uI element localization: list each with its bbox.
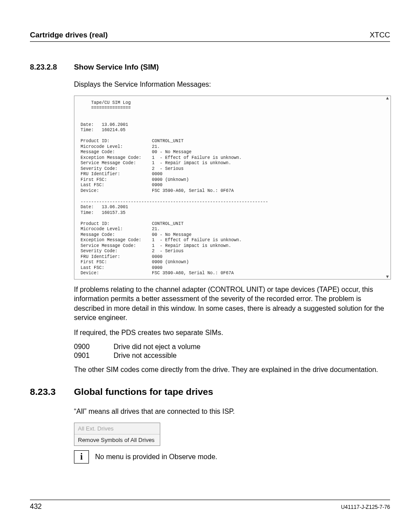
- paragraph-2: If required, the PDS creates two separat…: [74, 328, 390, 338]
- section-number: 8.23.2.8: [30, 63, 74, 72]
- menu-item-remove-symbols[interactable]: Remove Symbols of All Drives: [74, 434, 160, 445]
- section-number: 8.23.3: [30, 386, 74, 397]
- sim-code-desc: Drive did not eject a volume: [114, 343, 200, 351]
- sim-code: 0901: [74, 352, 114, 360]
- intro-text-2: “All” means all drives that are connecte…: [74, 407, 390, 416]
- sim-code-row: 0901 Drive not accessible: [74, 352, 390, 360]
- page-footer: 432 U41117-J-Z125-7-76: [30, 500, 390, 511]
- sim-code-list: 0900 Drive did not eject a volume 0901 D…: [74, 343, 390, 360]
- header-right: XTCC: [370, 31, 390, 40]
- section-heading-sim: 8.23.2.8 Show Service Info (SIM): [30, 63, 390, 72]
- section-title: Global functions for tape drives: [74, 386, 213, 397]
- page-number: 432: [30, 503, 42, 511]
- explanation-block: If problems relating to the channel adap…: [74, 285, 390, 375]
- context-menu: All Ext. Drives Remove Symbols of All Dr…: [74, 423, 160, 446]
- section-title: Show Service Info (SIM): [74, 63, 159, 72]
- sim-log-window: ▴ Tape/CU SIM Log =============== Date: …: [74, 96, 391, 280]
- page-header: Cartridge drives (real) XTCC: [30, 31, 390, 42]
- section2-intro: “All” means all drives that are connecte…: [74, 407, 390, 416]
- sim-code: 0900: [74, 343, 114, 351]
- sim-log-content: Tape/CU SIM Log =============== Date: 13…: [74, 96, 391, 279]
- paragraph-3: The other SIM codes come directly from t…: [74, 365, 390, 375]
- header-left: Cartridge drives (real): [30, 31, 108, 40]
- info-note: i No menu is provided in Observe mode.: [74, 450, 390, 464]
- section-heading-global: 8.23.3 Global functions for tape drives: [30, 386, 390, 397]
- scroll-down-icon[interactable]: ▾: [383, 273, 391, 281]
- sim-code-desc: Drive not accessible: [114, 352, 177, 360]
- scroll-up-icon[interactable]: ▴: [383, 94, 391, 102]
- section-intro: Displays the Service Information Message…: [74, 80, 390, 89]
- document-id: U41117-J-Z125-7-76: [341, 504, 390, 510]
- info-text: No menu is provided in Observe mode.: [95, 453, 217, 461]
- intro-text: Displays the Service Information Message…: [74, 80, 390, 89]
- sim-code-row: 0900 Drive did not eject a volume: [74, 343, 390, 351]
- info-icon: i: [74, 450, 89, 464]
- paragraph-1: If problems relating to the channel adap…: [74, 285, 390, 323]
- menu-title-disabled: All Ext. Drives: [74, 423, 160, 434]
